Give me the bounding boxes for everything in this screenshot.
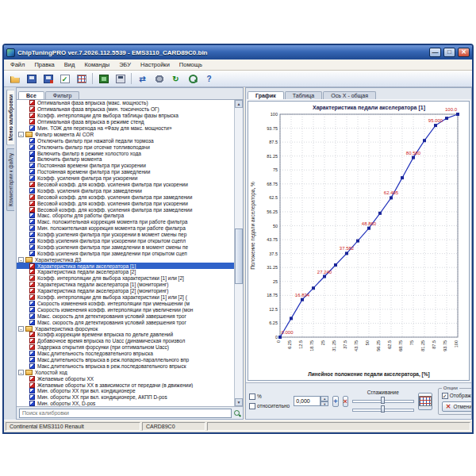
close-button[interactable]: ✕	[458, 48, 470, 57]
tree-item[interactable]: Постоянная времени фильтра при ускорении	[17, 163, 234, 169]
show-all-points-checkbox[interactable]: ✓	[442, 393, 448, 399]
search-icon[interactable]	[234, 410, 240, 416]
tree-item[interactable]: Макс. обороты для работы фильтра	[17, 213, 234, 219]
tree-item[interactable]: Оптимальная фаза впрыска (мин. токсичнос…	[17, 106, 234, 113]
search-input[interactable]	[19, 409, 232, 418]
tree-item[interactable]: Мин. обороты ХХ при вкл. кондиционере, А…	[17, 394, 234, 401]
open-file-button[interactable]	[7, 72, 22, 86]
tree-item[interactable]: Макс. положительная коррекция момента пр…	[17, 219, 234, 225]
compare-button[interactable]: ⇄	[135, 72, 150, 86]
tree-item[interactable]: Отключить фильтр при отсечке топливопода…	[17, 144, 234, 150]
ecu-chip-button[interactable]	[96, 72, 111, 86]
table-view-button[interactable]	[418, 393, 432, 410]
tree-item[interactable]: Характеристика педали акселератора [2] (…	[17, 288, 234, 294]
scrollbar-thumb[interactable]	[235, 228, 243, 283]
tab-фильтр[interactable]: Фильтр	[45, 91, 80, 99]
tree-item[interactable]: Коэфф.усиления фильтра при ускорении при…	[17, 238, 234, 244]
tree-item[interactable]: Мин. ТОЖ для перехода на «Фазу для макс.…	[17, 125, 234, 132]
tree-item[interactable]: Желаемые обороты ХХ	[17, 375, 234, 382]
collapse-icon[interactable]: -	[18, 326, 24, 332]
doc-check-button[interactable]: ✓	[57, 72, 72, 86]
tree-item[interactable]: Включить фильтр в режиме холостого хода	[17, 150, 234, 156]
tree-item[interactable]: Мин. положительная коррекция момента при…	[17, 225, 234, 232]
tree-item[interactable]: Скорость изменения коэфф. интерполяции п…	[17, 301, 234, 307]
tree-item[interactable]: Мин. обороты ХХ при вкл. кондиционере	[17, 388, 234, 394]
title-bar[interactable]: ChipTuningPRO ver.7.2026.112.5539 - EMS3…	[4, 45, 472, 60]
help-button[interactable]: ?	[202, 72, 217, 86]
value-input[interactable]	[294, 396, 321, 406]
tab-таблица[interactable]: Таблица	[285, 91, 322, 99]
clear-value-button[interactable]: ×	[343, 396, 348, 407]
chart-canvas[interactable]: 0.00016.83427.24037.58248.86062.49580.58…	[248, 102, 469, 380]
tree-item[interactable]: Весовой коэфф. для коэфф. усиления фильт…	[17, 206, 234, 213]
side-tab-inactive[interactable]: Комментарии к файлу	[6, 148, 14, 211]
collapse-icon[interactable]: -	[18, 370, 24, 375]
tree-item[interactable]: Весовой коэфф. для коэфф. усиления фильт…	[17, 194, 234, 200]
tab-график[interactable]: График	[248, 91, 284, 99]
pedal-characteristic-chart[interactable]: 0.00016.83427.24037.58248.86062.49580.58…	[248, 101, 470, 381]
zoom-search-button[interactable]	[185, 72, 200, 86]
tree-folder[interactable]: -Фильтр момента AI COR	[17, 131, 234, 137]
tree-item[interactable]: Весовой коэфф. для коэфф. усиления фильт…	[17, 182, 234, 188]
minimize-button[interactable]: —	[429, 48, 441, 57]
collapse-icon[interactable]: -	[18, 132, 24, 137]
tree-item[interactable]: Оптимальная фаза впрыска (макс. мощность…	[17, 100, 234, 106]
tree-item[interactable]: Коэфф. интерполяции для выбора характери…	[17, 294, 234, 301]
scroll-down-icon[interactable]: ▼	[235, 398, 243, 406]
tree-folder[interactable]: -Характеристика форсунок	[17, 325, 234, 332]
tree-item[interactable]: Макс. скорость для детектирования услови…	[17, 319, 234, 325]
tab-ось-x-общая[interactable]: Ось X - общая	[323, 91, 376, 99]
tree-item[interactable]: Коэфф. усиления фильтра при замедлении	[17, 187, 234, 194]
menu-файл[interactable]: Файл	[6, 60, 29, 69]
spin-down-icon[interactable]: ▼	[321, 401, 328, 407]
tree-item[interactable]: Мин. обороты ХХ, D-pos	[17, 401, 234, 406]
maximize-button[interactable]: □	[443, 48, 455, 57]
cancel-zoom-button[interactable]: ✕ Отменить ZOOM	[442, 401, 472, 412]
tree-item[interactable]: Характеристика педали акселератора [1] (…	[17, 282, 234, 288]
tree-scrollbar[interactable]: ▲ ▼	[234, 100, 243, 406]
tree-item[interactable]: Макс. скорость для детектирования услови…	[17, 313, 234, 319]
scroll-up-icon[interactable]: ▲	[235, 100, 243, 108]
save-as-button[interactable]	[40, 72, 56, 86]
scale-slider[interactable]	[352, 405, 414, 413]
side-tab-active[interactable]: Меню калибровки	[6, 90, 14, 146]
tree-item[interactable]: Коэфф.коррекции времени впрыска по дельт…	[17, 332, 234, 338]
scale-slider-thumb[interactable]	[381, 405, 385, 413]
tree-folder[interactable]: -Характеристика ДЗ	[17, 256, 234, 263]
settings-gear-button[interactable]	[152, 72, 167, 86]
tree-item[interactable]: Весовой коэфф. для коэфф. усиления фильт…	[17, 200, 234, 206]
tree-item[interactable]: Включить фильтр момента	[17, 156, 234, 163]
menu-правка[interactable]: Правка	[29, 60, 59, 69]
menu-эбу[interactable]: ЭБУ	[114, 60, 136, 69]
tree-item[interactable]: Коэфф.усиления фильтра при замедлении пр…	[17, 250, 234, 256]
relative-checkbox[interactable]	[249, 403, 255, 409]
tree-item[interactable]: Коэфф.усиления фильтра при ускорении в м…	[17, 232, 234, 238]
tree-item[interactable]: Оптимальная фаза впрыска в режиме стенд	[17, 119, 234, 125]
menu-настройки[interactable]: Настройки	[136, 60, 175, 69]
menu-помощь[interactable]: Помощь	[175, 60, 207, 69]
tree-item[interactable]: Коэфф. усиления фильтра при ускорении	[17, 175, 234, 182]
tree-folder[interactable]: -Холостой ход	[17, 369, 234, 375]
tree-item[interactable]: Желаемые обороты ХХ в зависимости от пер…	[17, 382, 234, 388]
tree-item[interactable]: Характеристика педали акселератора [1]	[17, 263, 234, 269]
tree-item[interactable]: Отключить фильтр при нажатой педали торм…	[17, 137, 234, 144]
menu-вид[interactable]: Вид	[60, 60, 80, 69]
doc-table-button[interactable]	[74, 72, 89, 86]
tree-item[interactable]: Постоянная времени фильтра при замедлени…	[17, 169, 234, 175]
tree-item[interactable]: Макс.длительность последовательного впры…	[17, 351, 234, 357]
tree-item[interactable]: Характеристика педали акселератора [2]	[17, 269, 234, 275]
menu-команды[interactable]: Команды	[79, 60, 114, 69]
collapse-icon[interactable]: -	[18, 257, 24, 263]
tree-item[interactable]: Скорость изменения коэфф. интерполяции п…	[17, 306, 234, 313]
tree-item[interactable]: Задержка открытия форсунки (при оптималь…	[17, 344, 234, 351]
tab-все[interactable]: Все	[18, 91, 44, 99]
save-file-button[interactable]	[24, 72, 39, 86]
tree-item[interactable]: Добавочное время впрыска по Uacc (динами…	[17, 338, 234, 344]
tree-item[interactable]: Коэфф. интерполяции для выбора характери…	[17, 275, 234, 282]
tree-item[interactable]: Коэфф.усиления фильтра при замедлении в …	[17, 244, 234, 250]
sync-button[interactable]: ↻	[168, 72, 183, 86]
calculator-button[interactable]	[113, 72, 128, 86]
tree-item[interactable]: Коэфф. интерполяции для выбора таблицы ф…	[17, 113, 234, 119]
smoothing-slider[interactable]	[352, 397, 414, 404]
smoothing-slider-thumb[interactable]	[381, 397, 385, 404]
